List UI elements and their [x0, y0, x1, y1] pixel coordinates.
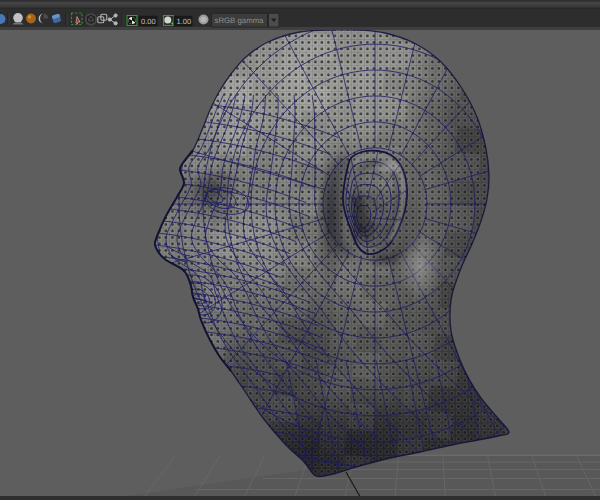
svg-text:0.00: 0.00 — [141, 17, 156, 26]
svg-text:sRGB gamma: sRGB gamma — [215, 16, 265, 25]
svg-text:1.00: 1.00 — [177, 17, 192, 26]
